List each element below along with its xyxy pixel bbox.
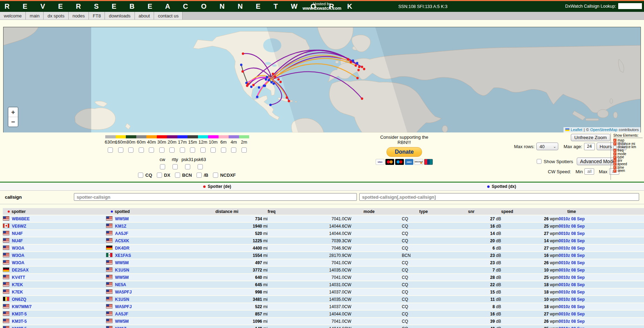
time-link[interactable]: 0010z 08 Sep xyxy=(559,216,585,221)
spotter-callsign-link[interactable]: K7EK xyxy=(12,282,23,287)
time-link[interactable]: 0010z 08 Sep xyxy=(559,253,585,258)
nav-item[interactable]: downloads xyxy=(105,12,135,20)
world-map[interactable]: + − Leaflet | © OpenStreetMap contributo… xyxy=(3,27,641,133)
spotter-callsign-link[interactable]: NU4F xyxy=(12,238,23,243)
spotted-callsign-link[interactable]: WA5PFJ xyxy=(115,290,132,295)
spotted-callsign-link[interactable]: XE1FAS xyxy=(115,253,131,258)
unfreeze-zoom-button[interactable]: Unfreeze Zoom xyxy=(571,134,610,141)
band-checkbox[interactable] xyxy=(108,147,113,153)
band-checkbox[interactable] xyxy=(210,147,216,153)
type-checkbox[interactable] xyxy=(138,173,143,178)
show-element-checkbox[interactable] xyxy=(613,169,616,173)
show-element-checkbox[interactable] xyxy=(613,162,616,166)
spotter-callsign-link[interactable]: VE6WZ xyxy=(12,224,26,229)
spotted-callsign-link[interactable]: WW5M xyxy=(115,275,129,280)
donate-button[interactable]: Donate xyxy=(386,147,422,157)
col-header-time[interactable]: time xyxy=(559,208,644,215)
band-checkbox[interactable] xyxy=(231,147,236,153)
time-link[interactable]: 0010z 08 Sep xyxy=(559,231,585,236)
time-link[interactable]: 0010z 08 Sep xyxy=(559,268,585,273)
spotted-callsign-link[interactable]: NE5A xyxy=(115,282,126,287)
spotted-callsign-link[interactable]: KM1Z xyxy=(115,326,127,328)
show-element-checkbox[interactable] xyxy=(613,149,616,152)
col-header-freq[interactable]: freq xyxy=(268,208,344,215)
show-element-checkbox[interactable] xyxy=(613,166,616,169)
band-checkbox[interactable] xyxy=(149,147,154,153)
time-link[interactable]: 0010z 08 Sep xyxy=(559,224,585,229)
show-spotters-checkbox[interactable] xyxy=(537,159,542,164)
spotted-callsign-link[interactable]: KM1Z xyxy=(115,224,127,229)
zoom-out-button[interactable]: − xyxy=(8,117,18,127)
spotter-callsign-link[interactable]: DE2SAX xyxy=(12,268,29,273)
type-checkbox[interactable] xyxy=(157,173,162,178)
time-link[interactable]: 0010z 08 Sep xyxy=(559,260,585,265)
type-checkbox[interactable] xyxy=(175,173,180,178)
band-checkbox[interactable] xyxy=(190,147,195,153)
show-element-checkbox[interactable] xyxy=(613,146,616,149)
spotted-callsign-link[interactable]: AA5JF xyxy=(115,312,128,316)
max-rows-select[interactable]: 40⌄ xyxy=(536,143,558,150)
advanced-mode-button[interactable]: Advanced Mode xyxy=(577,158,619,165)
spotted-callsign-input[interactable] xyxy=(359,193,639,201)
col-header-mode[interactable]: mode xyxy=(344,208,402,215)
time-link[interactable]: 0010z 08 Sep xyxy=(559,290,585,295)
spotted-callsign-link[interactable]: DK4DR xyxy=(115,246,129,251)
col-header-distance[interactable]: distance mi xyxy=(215,208,268,215)
spotted-callsign-link[interactable]: K1USN xyxy=(115,268,129,273)
spotter-callsign-link[interactable]: KW7MM/7 xyxy=(12,304,32,309)
zoom-in-button[interactable]: + xyxy=(8,107,18,117)
spotter-callsign-input[interactable] xyxy=(74,193,357,201)
spotter-callsign-link[interactable]: WB6BEE xyxy=(12,216,30,221)
spotter-callsign-link[interactable]: W3OA xyxy=(12,260,24,265)
spotter-callsign-link[interactable]: W3OA xyxy=(12,246,24,251)
time-link[interactable]: 0010z 08 Sep xyxy=(559,282,585,287)
mode-checkbox[interactable] xyxy=(185,164,190,169)
col-header-spotter[interactable]: spotter xyxy=(3,208,106,215)
time-link[interactable]: 0010z 08 Sep xyxy=(559,326,585,328)
cw-speed-min-input[interactable] xyxy=(584,168,594,175)
spotted-callsign-link[interactable]: WW5M xyxy=(115,260,129,265)
spotter-callsign-link[interactable]: NU4F xyxy=(12,231,23,236)
osm-link[interactable]: OpenStreetMap xyxy=(590,128,618,132)
spotter-callsign-link[interactable]: KV4TT xyxy=(12,275,25,280)
spotted-callsign-link[interactable]: WW5M xyxy=(115,319,129,324)
band-checkbox[interactable] xyxy=(139,147,144,153)
time-link[interactable]: 0010z 08 Sep xyxy=(559,312,585,316)
nav-item[interactable]: dx spots xyxy=(44,12,68,20)
time-link[interactable]: 0010z 08 Sep xyxy=(559,319,585,324)
col-header-spotted[interactable]: spotted xyxy=(106,208,215,215)
hosted-by-url[interactable]: www.dxwatch.com xyxy=(0,6,644,11)
callsign-lookup-input[interactable] xyxy=(618,3,642,9)
spotted-callsign-link[interactable]: AA5JF xyxy=(115,231,128,236)
band-checkbox[interactable] xyxy=(128,147,133,153)
spotter-callsign-link[interactable]: K7EK xyxy=(12,290,23,295)
nav-item[interactable]: nodes xyxy=(69,12,89,20)
band-checkbox[interactable] xyxy=(242,147,247,153)
mode-checkbox[interactable] xyxy=(172,164,178,169)
show-element-checkbox[interactable] xyxy=(613,139,616,142)
spotter-callsign-link[interactable]: KM3T-5 xyxy=(12,319,27,324)
band-checkbox[interactable] xyxy=(159,147,164,153)
band-checkbox[interactable] xyxy=(200,147,206,153)
leaflet-link[interactable]: Leaflet xyxy=(571,128,582,132)
spotted-callsign-link[interactable]: WA5PFJ xyxy=(115,304,132,309)
spotted-callsign-link[interactable]: AC5XK xyxy=(115,238,129,243)
time-link[interactable]: 0010z 08 Sep xyxy=(559,297,585,302)
type-checkbox[interactable] xyxy=(197,173,202,178)
time-link[interactable]: 0010z 08 Sep xyxy=(559,246,585,251)
band-checkbox[interactable] xyxy=(180,147,185,153)
time-link[interactable]: 0010z 08 Sep xyxy=(559,238,585,243)
mode-checkbox[interactable] xyxy=(198,164,203,169)
band-checkbox[interactable] xyxy=(118,147,123,153)
nav-item[interactable]: main xyxy=(26,12,44,20)
show-element-checkbox[interactable] xyxy=(613,156,616,159)
nav-item[interactable]: about xyxy=(135,12,154,20)
spotter-callsign-link[interactable]: KM3T-5 xyxy=(12,326,27,328)
spotted-callsign-link[interactable]: WW5M xyxy=(115,216,129,221)
nav-item[interactable]: welcome xyxy=(0,12,26,20)
band-checkbox[interactable] xyxy=(169,147,175,153)
spotter-callsign-link[interactable]: W3OA xyxy=(12,253,24,258)
mode-checkbox[interactable] xyxy=(160,164,165,169)
show-element-checkbox[interactable] xyxy=(613,142,616,145)
time-link[interactable]: 0010z 08 Sep xyxy=(559,275,585,280)
